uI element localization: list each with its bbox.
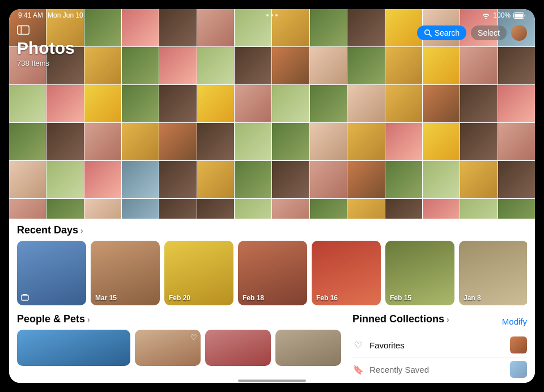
photo-thumb[interactable] [46, 199, 83, 219]
photo-thumb[interactable] [84, 199, 121, 219]
photo-thumb[interactable] [46, 161, 83, 198]
photo-thumb[interactable] [197, 161, 234, 198]
photo-thumb[interactable] [498, 123, 535, 160]
shared-library-icon [20, 293, 29, 302]
pinned-collections-heading[interactable]: Pinned Collections › [352, 313, 449, 325]
photo-thumb[interactable] [9, 161, 46, 198]
pinned-item-favorites[interactable]: ♡ Favorites [352, 333, 527, 357]
photo-thumb[interactable] [46, 85, 83, 122]
photo-thumb[interactable] [9, 123, 46, 160]
photo-thumb[interactable] [197, 85, 234, 122]
photo-thumb[interactable] [310, 161, 347, 198]
status-right: 100% [482, 11, 526, 19]
recent-day-card[interactable]: Feb 18 [238, 241, 307, 305]
battery-percent: 100% [493, 11, 511, 19]
people-pets-heading[interactable]: People & Pets › [17, 313, 341, 325]
photo-thumb[interactable] [385, 123, 422, 160]
wifi-icon [482, 12, 490, 19]
photo-thumb[interactable] [84, 161, 121, 198]
photo-thumb[interactable] [159, 85, 196, 122]
photo-thumb[interactable] [84, 123, 121, 160]
photo-thumb[interactable] [159, 123, 196, 160]
photo-thumb[interactable] [460, 161, 497, 198]
photo-thumb[interactable] [310, 123, 347, 160]
recent-days-row[interactable]: Mar 15 Feb 20 Feb 18 Feb 16 Feb 15 Jan 8… [17, 241, 527, 305]
profile-avatar[interactable] [511, 25, 527, 41]
photo-thumb[interactable] [385, 199, 422, 219]
photo-thumb[interactable] [385, 161, 422, 198]
person-card[interactable]: ♡ [135, 330, 201, 366]
recent-day-date: Jan 8 [464, 294, 481, 302]
photo-thumb[interactable] [498, 85, 535, 122]
chevron-right-icon: › [447, 315, 449, 324]
recent-days-heading[interactable]: Recent Days › [17, 224, 527, 236]
recent-day-card[interactable] [17, 241, 86, 305]
photo-thumb[interactable] [9, 199, 46, 219]
photo-thumb[interactable] [460, 199, 497, 219]
home-indicator[interactable] [238, 380, 306, 382]
photo-thumb[interactable] [235, 161, 271, 198]
recent-day-card[interactable]: Feb 20 [164, 241, 233, 305]
recent-day-card[interactable]: Feb 16 [312, 241, 381, 305]
photo-thumb[interactable] [460, 123, 497, 160]
heart-icon: ♡ [190, 333, 197, 342]
people-pets-section: People & Pets › ♡ [17, 313, 341, 381]
people-pets-row[interactable]: ♡ [17, 330, 341, 366]
photo-thumb[interactable] [235, 199, 271, 219]
photo-thumb[interactable] [423, 161, 460, 198]
photo-thumb[interactable] [423, 123, 460, 160]
sidebar-toggle-icon[interactable] [17, 25, 29, 35]
photo-thumb[interactable] [122, 199, 159, 219]
modify-button[interactable]: Modify [502, 317, 527, 326]
recent-days-label: Recent Days [17, 224, 78, 236]
photo-thumb[interactable] [310, 85, 347, 122]
recent-day-date: Feb 20 [169, 294, 190, 302]
photo-thumb[interactable] [197, 199, 234, 219]
photo-thumb[interactable] [84, 85, 121, 122]
person-card[interactable] [205, 330, 271, 366]
photo-thumb[interactable] [347, 199, 384, 219]
pinned-item-recently-saved[interactable]: 🔖 Recently Saved [352, 357, 527, 381]
bottom-split: People & Pets › ♡ Pinned Collections [17, 313, 527, 381]
photo-thumb[interactable] [310, 199, 347, 219]
select-label: Select [478, 28, 500, 37]
photo-thumb[interactable] [498, 161, 535, 198]
multitask-dots[interactable] [266, 14, 278, 16]
photo-thumb[interactable] [347, 85, 384, 122]
svg-rect-8 [23, 294, 27, 295]
photo-thumb[interactable] [46, 123, 83, 160]
photo-thumb[interactable] [272, 199, 309, 219]
photo-thumb[interactable] [272, 161, 309, 198]
select-button[interactable]: Select [471, 25, 507, 40]
status-left: 9:41 AM Mon Jun 10 [18, 11, 83, 19]
photo-thumb[interactable] [460, 85, 497, 122]
recent-day-date: Feb 16 [316, 294, 338, 302]
recent-day-card[interactable]: Feb 15 [385, 241, 454, 305]
photo-thumb[interactable] [423, 199, 460, 219]
photo-thumb[interactable] [122, 85, 159, 122]
photo-thumb[interactable] [423, 85, 460, 122]
photo-thumb[interactable] [122, 123, 159, 160]
search-button[interactable]: Search [417, 25, 466, 40]
pet-card[interactable] [275, 330, 341, 366]
photo-thumb[interactable] [347, 161, 384, 198]
person-card[interactable] [17, 330, 130, 366]
photo-thumb[interactable] [235, 123, 271, 160]
photo-thumb[interactable] [385, 85, 422, 122]
pinned-collections-section: Pinned Collections › Modify ♡ Favorites … [352, 313, 527, 381]
recent-day-card[interactable]: Jan 8 [459, 241, 527, 305]
photo-thumb[interactable] [235, 85, 271, 122]
photo-thumb[interactable] [159, 199, 196, 219]
photo-thumb[interactable] [159, 161, 196, 198]
photo-thumb[interactable] [272, 85, 309, 122]
photo-thumb[interactable] [272, 123, 309, 160]
photo-thumb[interactable] [347, 123, 384, 160]
photo-thumb[interactable] [197, 123, 234, 160]
photo-thumb[interactable] [498, 199, 535, 219]
photo-thumb[interactable] [9, 85, 46, 122]
photo-thumb[interactable] [122, 161, 159, 198]
lower-panel: Recent Days › Mar 15 Feb 20 Feb 18 Feb 1… [9, 219, 535, 383]
pinned-thumb [510, 336, 527, 353]
recent-day-card[interactable]: Mar 15 [91, 241, 160, 305]
heart-icon: ♡ [352, 340, 364, 351]
